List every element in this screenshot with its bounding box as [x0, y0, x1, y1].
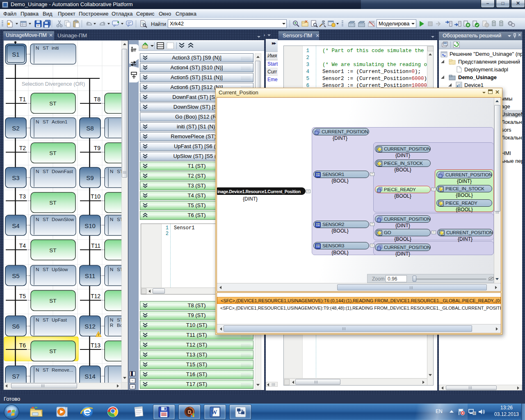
- svg-text:N: N: [36, 317, 39, 322]
- svg-text:N: N: [110, 267, 113, 272]
- svg-text:ST: ST: [43, 169, 49, 174]
- svg-text:T12: T12: [91, 293, 100, 299]
- svg-text:S8: S8: [86, 125, 94, 132]
- svg-text:T9: T9: [94, 145, 101, 151]
- svg-text:N: N: [36, 267, 39, 272]
- svg-text:S9: S9: [86, 174, 94, 181]
- svg-text:ST: ST: [43, 119, 49, 124]
- svg-text:UpSlow: UpSlow: [52, 267, 68, 272]
- svg-text:N: N: [36, 368, 39, 372]
- svg-text:S1: S1: [12, 51, 19, 58]
- svg-text:ST: ST: [43, 46, 49, 50]
- svg-text:T2: T2: [19, 145, 26, 151]
- svg-text:ST: ST: [49, 298, 56, 304]
- svg-text:initi: initi: [52, 46, 59, 50]
- svg-text:S7: S7: [12, 373, 19, 380]
- svg-text:S2: S2: [12, 125, 19, 132]
- svg-text:R: R: [110, 323, 113, 328]
- svg-text:ST: ST: [43, 267, 49, 272]
- svg-text:S11: S11: [85, 272, 96, 279]
- svg-text:N: N: [36, 217, 39, 222]
- svg-text:T1: T1: [19, 96, 26, 103]
- svg-text:T11: T11: [91, 242, 100, 249]
- svg-text:T4: T4: [19, 242, 26, 249]
- svg-text:DownSlow: DownSlow: [52, 217, 74, 222]
- svg-text:N: N: [36, 119, 39, 124]
- svg-text:N: N: [36, 169, 39, 174]
- svg-text:S5: S5: [12, 272, 19, 279]
- svg-text:T8: T8: [94, 96, 101, 103]
- svg-text:!: !: [98, 333, 99, 337]
- svg-text:S4: S4: [12, 222, 19, 229]
- svg-text:Selection Divergence (OR): Selection Divergence (OR): [22, 81, 85, 87]
- svg-text:ST: ST: [43, 317, 49, 322]
- svg-text:ST: ST: [49, 150, 56, 156]
- svg-text:T10: T10: [91, 193, 100, 200]
- svg-text:UpFast: UpFast: [52, 317, 67, 322]
- svg-text:N: N: [110, 317, 113, 322]
- svg-text:T5: T5: [19, 293, 26, 299]
- svg-text:ST: ST: [49, 200, 56, 206]
- svg-text:T13: T13: [91, 342, 100, 349]
- svg-text:W: W: [211, 409, 217, 415]
- svg-text:N: N: [110, 169, 113, 174]
- svg-text:Remove...: Remove...: [52, 368, 73, 372]
- svg-text:Action1: Action1: [52, 119, 67, 124]
- svg-text:ST: ST: [49, 247, 56, 253]
- svg-text:T3: T3: [19, 193, 26, 200]
- svg-text:S10: S10: [84, 222, 96, 229]
- svg-text:DownFast: DownFast: [52, 169, 73, 174]
- svg-text:ST: ST: [43, 217, 49, 222]
- svg-text:T6: T6: [19, 342, 26, 349]
- svg-text:ST: ST: [49, 100, 56, 107]
- svg-text:N: N: [110, 217, 113, 222]
- svg-text:ST: ST: [49, 348, 56, 354]
- svg-text:N: N: [36, 46, 39, 50]
- svg-text:S12: S12: [84, 323, 96, 330]
- svg-text:ST: ST: [43, 368, 49, 372]
- svg-text:S14: S14: [84, 373, 96, 380]
- svg-text:S3: S3: [12, 174, 19, 181]
- svg-text:S6: S6: [12, 323, 19, 330]
